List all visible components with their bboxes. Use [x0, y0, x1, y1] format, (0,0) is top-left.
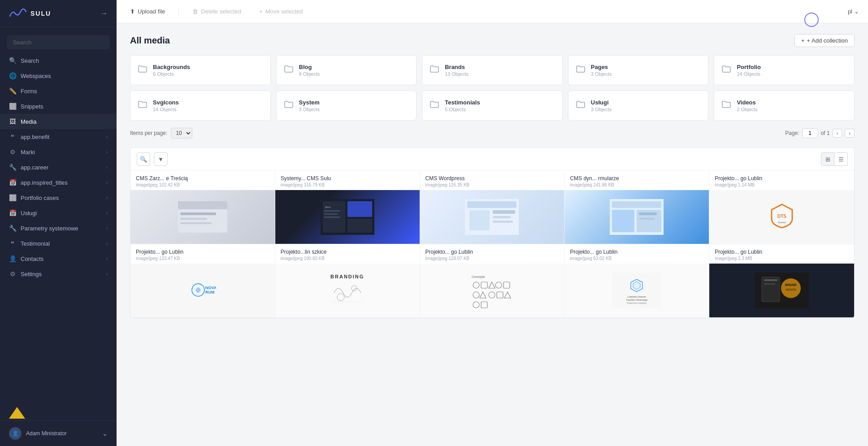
media-item[interactable]: Systemy... CMS Sulu image/jpeg 316.79 KB… — [275, 171, 420, 244]
folder-brands[interactable]: Brands 13 Objects — [422, 55, 563, 85]
sidebar-item-uslugi[interactable]: 📅 Usługi › — [0, 205, 117, 221]
folder-uslugi[interactable]: Usługi 3 Objects — [568, 91, 709, 121]
media-item[interactable]: CMS Wordpress image/jpeg 126.35 KB — [420, 171, 565, 244]
nav-label-forms: Forms — [21, 88, 37, 95]
next-page-button[interactable]: › — [845, 129, 855, 138]
sidebar: SULU → 🔍 Search 🌐 Webspaces ✏️ Forms — [0, 0, 117, 446]
svg-rect-13 — [324, 217, 340, 218]
folder-count: 3 Objects — [591, 107, 701, 112]
language-selector[interactable]: pl ⌄ — [848, 8, 859, 15]
move-selected-button[interactable]: + Move selected — [255, 5, 307, 17]
media-item-meta: image/jpeg 316.79 KB — [281, 182, 414, 187]
media-search-button[interactable]: 🔍 — [137, 152, 150, 166]
media-item[interactable]: CMS Zarz... e Treścią image/jpeg 102.42 … — [130, 171, 275, 244]
view-toggle: ⊞ ☰ — [821, 152, 848, 166]
folder-name: Pages — [591, 64, 701, 70]
user-menu-icon[interactable]: ⌄ — [102, 430, 108, 437]
sidebar-item-webspaces[interactable]: 🌐 Webspaces — [0, 68, 117, 83]
media-toolbar-left: 🔍 ▼ — [137, 152, 168, 166]
main-content: ⬆ Upload file 🗑 Delete selected + Move s… — [117, 0, 868, 446]
media-item-name: CMS Zarz... e Treścią — [136, 175, 269, 182]
page-input[interactable] — [802, 128, 818, 138]
add-collection-label: + Add collection — [807, 37, 848, 44]
media-filter-button[interactable]: ▼ — [154, 152, 168, 166]
filter-icon: ▼ — [158, 156, 164, 163]
folder-blog[interactable]: Blog 9 Objects — [276, 55, 417, 85]
media-item[interactable]: Projekto... go Lublin image/jpeg 1.14 MB… — [709, 171, 854, 244]
media-item-meta: image/jpeg 63.02 KB — [570, 256, 703, 261]
items-per-page-select[interactable]: 10 25 50 — [171, 128, 192, 139]
media-item[interactable]: Projekto... go Lublin image/jpeg 128.07 … — [420, 244, 565, 318]
media-thumbnail: BRANDING — [275, 264, 420, 317]
nav-label-media: Media — [21, 118, 36, 125]
sidebar-item-parametry[interactable]: 🔧 Parametry systemowe › — [0, 221, 117, 236]
chevron-right-icon5: › — [106, 195, 108, 200]
folder-pages[interactable]: Pages 3 Objects — [568, 55, 709, 85]
upload-file-button[interactable]: ⬆ Upload file — [126, 5, 169, 17]
media-thumbnail: NOVA RUM — [130, 264, 275, 317]
folder-name: Portfolio — [737, 64, 847, 70]
folder-system[interactable]: System 3 Objects — [276, 91, 417, 121]
sidebar-item-marki[interactable]: ⚙ Marki › — [0, 144, 117, 160]
sidebar-item-search[interactable]: 🔍 Search — [0, 53, 117, 68]
sidebar-item-snippets[interactable]: ⬜ Snippets — [0, 99, 117, 114]
delete-selected-button[interactable]: 🗑 Delete selected — [188, 5, 246, 17]
prev-page-button[interactable]: ‹ — [833, 129, 842, 138]
pencil-icon: ✏️ — [9, 87, 16, 95]
logout-icon[interactable]: → — [100, 9, 108, 17]
svg-rect-42 — [497, 292, 503, 298]
svg-rect-55 — [764, 283, 775, 285]
sidebar-item-forms[interactable]: ✏️ Forms — [0, 83, 117, 99]
media-item-name: Projekto... go Lublin — [570, 249, 703, 255]
folder-count: 9 Objects — [299, 71, 409, 77]
svg-rect-22 — [612, 210, 634, 232]
search-input[interactable] — [7, 35, 109, 49]
svg-text:System: System — [778, 221, 786, 224]
folder-icon — [284, 64, 294, 77]
media-item[interactable]: Projekto...lin szkice image/jpeg 190.83 … — [275, 244, 420, 318]
folder-count: 13 Objects — [445, 71, 555, 77]
testimonial-icon: ❝ — [9, 240, 16, 247]
sulu-wave-icon — [9, 8, 27, 19]
lang-code: pl — [848, 8, 852, 15]
folder-portfolio[interactable]: Portfolio 14 Objects — [714, 55, 855, 85]
nav-label-uslugi: Usługi — [21, 210, 37, 217]
folder-count: 3 Objects — [591, 71, 701, 77]
list-view-button[interactable]: ☰ — [834, 152, 848, 166]
media-item-meta: image/jpeg 126.35 KB — [425, 182, 559, 187]
sidebar-item-contacts[interactable]: 👤 Contacts › — [0, 251, 117, 266]
folder-svgicons[interactable]: SvgIcons 14 Objects — [130, 91, 271, 121]
media-item[interactable]: Projekto... go Lublin image/jpeg 2.3 MB … — [709, 244, 854, 318]
sidebar-item-portfolio[interactable]: ⬜ Portfolio cases › — [0, 190, 117, 205]
sidebar-item-app-inspired[interactable]: 📅 app.inspired_titles › — [0, 175, 117, 190]
media-item-name: Systemy... CMS Sulu — [281, 175, 414, 182]
grid-view-button[interactable]: ⊞ — [821, 152, 834, 166]
sidebar-item-testimonial[interactable]: ❝ Testimonial › — [0, 236, 117, 251]
add-collection-button[interactable]: + + Add collection — [794, 34, 855, 47]
svg-rect-4 — [180, 218, 207, 220]
folder-testimonials[interactable]: Testimonials 5 Objects — [422, 91, 563, 121]
media-thumbnail: BRAND DESIGN — [709, 264, 854, 317]
folder-icon — [576, 100, 586, 112]
chevron-right-icon6: › — [106, 211, 108, 216]
pagination-row: Items per page: 10 25 50 Page: of 1 ‹ › — [130, 128, 855, 139]
sidebar-item-settings[interactable]: ⚙ Settings › — [0, 266, 117, 281]
sidebar-item-media[interactable]: 🖼 Media — [0, 114, 117, 129]
media-thumbnail: Lubelskie Centrum Transferu Technologii … — [564, 264, 709, 317]
folder-icon — [576, 64, 586, 77]
app-logo: SULU — [9, 8, 51, 19]
folder-backgrounds[interactable]: Backgrounds 6 Objects — [130, 55, 271, 85]
folder-videos[interactable]: Videos 2 Objects — [714, 91, 855, 121]
folder-count: 6 Objects — [153, 71, 263, 77]
media-thumbnail — [420, 190, 564, 244]
user-name: Adam Ministrator — [26, 430, 67, 437]
globe-icon: 🌐 — [9, 72, 16, 79]
sidebar-item-app-career[interactable]: 🔧 app.career › — [0, 160, 117, 175]
svg-text:DESIGN: DESIGN — [786, 288, 796, 291]
media-item[interactable]: Projekto... go Lublin image/jpeg 133.47 … — [130, 244, 275, 318]
media-item[interactable]: Projekto... go Lublin image/jpeg 63.02 K… — [564, 244, 709, 318]
sidebar-item-app-benefit[interactable]: ❝ app.benefit › — [0, 129, 117, 144]
media-item[interactable]: CMS dyn... rmularze image/jpeg 241.86 KB — [564, 171, 709, 244]
svg-point-34 — [473, 282, 479, 288]
svg-marker-0 — [9, 407, 25, 419]
